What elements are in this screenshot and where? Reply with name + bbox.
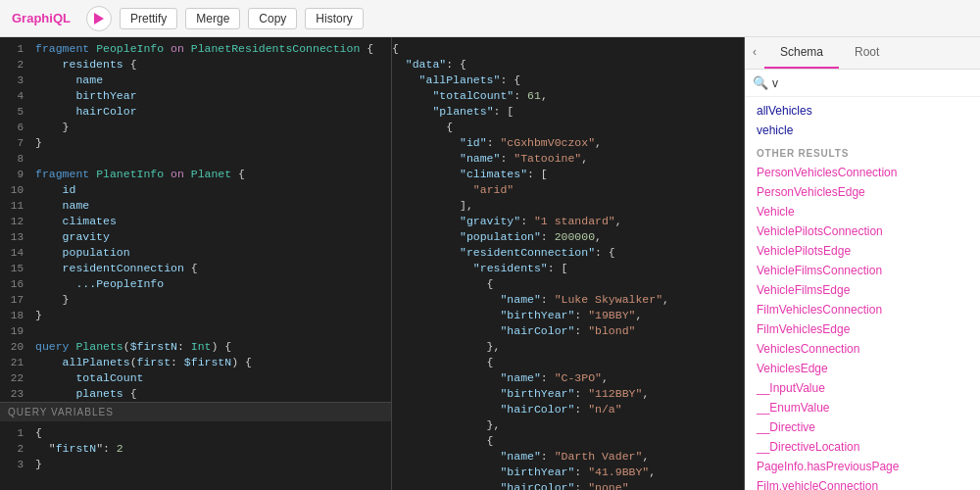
code-line: 5 hairColor xyxy=(0,104,391,120)
code-line: 13 gravity xyxy=(0,229,391,245)
line-content: gravity xyxy=(31,229,391,245)
schema-other-item[interactable]: PersonVehiclesConnection xyxy=(745,163,980,182)
result-line: { xyxy=(392,355,744,370)
query-var-line: 2 "firstN": 2 xyxy=(0,441,391,457)
line-number: 16 xyxy=(0,276,31,292)
schema-other-item[interactable]: PersonVehiclesEdge xyxy=(745,182,980,202)
line-number: 6 xyxy=(0,120,31,135)
code-line: 9fragment PlanetInfo on Planet { xyxy=(0,167,391,182)
code-line: 23 planets { xyxy=(0,386,391,402)
line-content: allPlanets(first: $firstN) { xyxy=(31,355,391,370)
line-number: 7 xyxy=(0,135,31,151)
schema-other-item[interactable]: VehiclesEdge xyxy=(745,359,980,378)
result-line: { xyxy=(392,276,744,292)
schema-other-item[interactable]: FilmVehiclesConnection xyxy=(745,300,980,319)
schema-other-item[interactable]: VehicleFilmsEdge xyxy=(745,280,980,300)
run-button[interactable] xyxy=(86,6,112,31)
tab-root[interactable]: Root xyxy=(839,37,895,69)
line-content: fragment PeopleInfo on PlanetResidentsCo… xyxy=(31,41,391,57)
app-logo: GraphiQL xyxy=(12,11,71,25)
result-line: "arid" xyxy=(392,182,744,198)
code-line: 17 } xyxy=(0,292,391,308)
line-content: id xyxy=(31,182,391,198)
schema-other-item[interactable]: VehiclesConnection xyxy=(745,339,980,359)
prettify-button[interactable]: Prettify xyxy=(120,8,177,29)
schema-search-bar: 🔍 xyxy=(745,70,980,97)
line-number: 17 xyxy=(0,292,31,308)
line-content xyxy=(31,151,391,167)
code-line: 1fragment PeopleInfo on PlanetResidentsC… xyxy=(0,41,391,57)
code-line: 22 totalCount xyxy=(0,370,391,386)
line-number: 15 xyxy=(0,261,31,276)
line-content: birthYear xyxy=(31,88,391,104)
result-line: "hairColor": "n/a" xyxy=(392,402,744,417)
code-editor[interactable]: 1fragment PeopleInfo on PlanetResidentsC… xyxy=(0,37,391,402)
result-line: "data": { xyxy=(392,57,744,73)
line-number: 20 xyxy=(0,339,31,355)
schema-back-arrow[interactable]: ‹ xyxy=(745,37,764,69)
result-line: "population": 200000, xyxy=(392,229,744,245)
schema-other-item[interactable]: Film.vehicleConnection xyxy=(745,476,980,490)
line-number: 13 xyxy=(0,229,31,245)
line-content: residentConnection { xyxy=(31,261,391,276)
code-line: 14 population xyxy=(0,245,391,261)
line-number: 10 xyxy=(0,182,31,198)
line-number: 12 xyxy=(0,214,31,229)
schema-item-allvehicles[interactable]: allVehicles xyxy=(745,101,980,121)
line-number: 2 xyxy=(0,57,31,73)
query-variables-header: Query Variables xyxy=(0,403,391,421)
result-line: "hairColor": "blond" xyxy=(392,323,744,339)
results-panel: { "data": { "allPlanets": { "totalCount"… xyxy=(392,37,745,490)
result-line: ], xyxy=(392,198,744,214)
result-line: "name": "Luke Skywalker", xyxy=(392,292,744,308)
query-variables-editor[interactable]: 1{2 "firstN": 23} xyxy=(0,421,391,488)
code-line: 8 xyxy=(0,151,391,167)
query-variables-panel: Query Variables 1{2 "firstN": 23} xyxy=(0,402,391,490)
line-content: fragment PlanetInfo on Planet { xyxy=(31,167,391,182)
schema-panel: ‹ Schema Root 🔍 allVehicles vehicle Othe… xyxy=(745,37,980,490)
schema-other-item[interactable]: VehicleFilmsConnection xyxy=(745,261,980,280)
topbar: GraphiQL Prettify Merge Copy History xyxy=(0,0,980,37)
schema-other-item[interactable]: __DirectiveLocation xyxy=(745,437,980,457)
code-line: 12 climates xyxy=(0,214,391,229)
line-content: hairColor xyxy=(31,104,391,120)
line-number: 23 xyxy=(0,386,31,402)
code-line: 2 residents { xyxy=(0,57,391,73)
schema-item-vehicle[interactable]: vehicle xyxy=(745,121,980,140)
code-line: 6 } xyxy=(0,120,391,135)
line-content: population xyxy=(31,245,391,261)
line-content: query Planets($firstN: Int) { xyxy=(31,339,391,355)
schema-other-item[interactable]: Vehicle xyxy=(745,202,980,221)
result-line: "id": "cGxhbmV0czox", xyxy=(392,135,744,151)
code-line: 15 residentConnection { xyxy=(0,261,391,276)
line-number: 8 xyxy=(0,151,31,167)
schema-other-item[interactable]: PageInfo.hasPreviousPage xyxy=(745,457,980,476)
result-line: "residentConnection": { xyxy=(392,245,744,261)
line-number: 22 xyxy=(0,370,31,386)
line-number: 11 xyxy=(0,198,31,214)
schema-search-input[interactable] xyxy=(772,76,972,90)
line-content: name xyxy=(31,73,391,88)
result-line: "birthYear": "41.9BBY", xyxy=(392,465,744,480)
schema-other-item[interactable]: __InputValue xyxy=(745,378,980,398)
schema-other-item[interactable]: __Directive xyxy=(745,417,980,437)
line-content: name xyxy=(31,198,391,214)
merge-button[interactable]: Merge xyxy=(185,8,240,29)
result-line: }, xyxy=(392,339,744,355)
copy-button[interactable]: Copy xyxy=(248,8,297,29)
history-button[interactable]: History xyxy=(305,8,363,29)
schema-other-item[interactable]: FilmVehiclesEdge xyxy=(745,319,980,339)
schema-other-item[interactable]: __EnumValue xyxy=(745,398,980,417)
line-content: } xyxy=(31,135,391,151)
schema-other-item[interactable]: VehiclePilotsConnection xyxy=(745,221,980,241)
result-line: "name": "Darth Vader", xyxy=(392,449,744,465)
schema-other-item[interactable]: VehiclePilotsEdge xyxy=(745,241,980,261)
editor-panel: 1fragment PeopleInfo on PlanetResidentsC… xyxy=(0,37,392,490)
tab-schema[interactable]: Schema xyxy=(764,37,839,69)
line-content: residents { xyxy=(31,57,391,73)
code-line: 4 birthYear xyxy=(0,88,391,104)
search-icon: 🔍 xyxy=(753,75,768,90)
result-line: "hairColor": "none" xyxy=(392,480,744,490)
result-line: { xyxy=(392,120,744,135)
line-number: 1 xyxy=(0,41,31,57)
